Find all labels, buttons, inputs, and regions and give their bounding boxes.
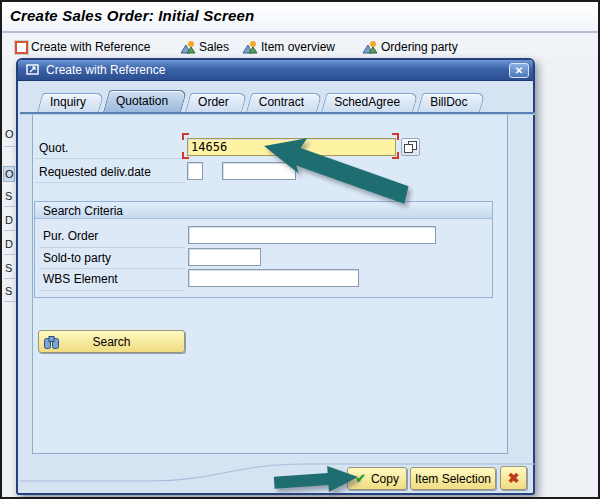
background-screen-left-edge: O O S D D S S bbox=[2, 102, 15, 362]
search-button-label: Search bbox=[92, 335, 130, 349]
focus-bracket bbox=[392, 152, 399, 159]
quotation-tab-panel: Quot. Requested deliv.date bbox=[32, 115, 508, 454]
create-with-reference-icon bbox=[15, 41, 28, 54]
row-divider bbox=[39, 268, 185, 269]
close-icon[interactable]: ✕ bbox=[509, 63, 529, 78]
copy-button[interactable]: ✔ Copy bbox=[347, 467, 407, 490]
mountains-icon bbox=[242, 40, 258, 54]
search-criteria-title: Search Criteria bbox=[43, 204, 123, 218]
cancel-button[interactable]: ✖ bbox=[500, 466, 527, 490]
toolbar-item-label: Ordering party bbox=[381, 40, 458, 54]
background-label-fragment: S bbox=[5, 262, 15, 274]
sold-to-party-field[interactable] bbox=[188, 248, 261, 266]
copy-icon[interactable] bbox=[401, 138, 420, 156]
create-with-reference-dialog: Create with Reference ✕ Inquiry Quotatio… bbox=[16, 58, 535, 495]
wbs-element-field[interactable] bbox=[188, 269, 359, 287]
tab-strip: Inquiry Quotation Order Contract SchedAg… bbox=[37, 90, 485, 112]
background-label-fragment: O bbox=[5, 128, 15, 140]
toolbar-item-item-overview[interactable]: Item overview bbox=[242, 38, 335, 56]
row-divider bbox=[35, 158, 185, 159]
copy-button-label: Copy bbox=[371, 472, 399, 486]
app-header: Create Sales Order: Initial Screen bbox=[2, 2, 598, 33]
dialog-icon bbox=[26, 64, 40, 76]
binoculars-icon bbox=[44, 336, 59, 349]
deliv-date-type-field[interactable] bbox=[187, 162, 203, 180]
deliv-date-field[interactable] bbox=[222, 162, 296, 180]
tab-order[interactable]: Order bbox=[185, 93, 242, 112]
sold-to-party-label: Sold-to party bbox=[43, 251, 111, 265]
focus-bracket bbox=[392, 133, 399, 140]
search-button[interactable]: Search bbox=[38, 330, 185, 353]
item-selection-label: Item Selection bbox=[415, 472, 491, 486]
tab-schedagree[interactable]: SchedAgree bbox=[321, 93, 413, 112]
toolbar-item-label: Create with Reference bbox=[31, 40, 150, 54]
tab-billdoc[interactable]: BillDoc bbox=[417, 93, 480, 112]
row-divider bbox=[35, 182, 185, 183]
pur-order-field[interactable] bbox=[188, 226, 436, 244]
red-x-icon: ✖ bbox=[508, 470, 520, 486]
screenshot-root: Create Sales Order: Initial Screen Creat… bbox=[0, 0, 600, 499]
pur-order-label: Pur. Order bbox=[43, 229, 98, 243]
app-toolbar: Create with Reference Sales Item overvie… bbox=[2, 35, 598, 58]
tab-strip-divider-light bbox=[20, 114, 535, 115]
toolbar-item-sales[interactable]: Sales bbox=[180, 38, 229, 56]
background-label-fragment: D bbox=[5, 238, 15, 250]
tab-contract[interactable]: Contract bbox=[246, 93, 317, 112]
row-divider bbox=[39, 247, 185, 248]
mountains-icon bbox=[180, 40, 196, 54]
background-label-fragment: S bbox=[5, 190, 15, 202]
toolbar-item-create-with-reference[interactable]: Create with Reference bbox=[15, 38, 150, 56]
focus-bracket bbox=[182, 152, 189, 159]
focus-bracket bbox=[182, 133, 189, 140]
background-label-fragment: O bbox=[5, 168, 15, 180]
toolbar-item-ordering-party[interactable]: Ordering party bbox=[362, 38, 458, 56]
row-divider bbox=[39, 290, 185, 291]
page-title: Create Sales Order: Initial Screen bbox=[10, 7, 254, 24]
item-selection-button[interactable]: Item Selection bbox=[410, 467, 496, 490]
tab-quotation[interactable]: Quotation bbox=[103, 90, 181, 112]
search-criteria-group: Search Criteria Pur. Order Sold-to party… bbox=[34, 201, 493, 298]
toolbar-item-label: Sales bbox=[199, 40, 229, 54]
toolbar-item-label: Item overview bbox=[261, 40, 335, 54]
requested-deliv-date-label: Requested deliv.date bbox=[39, 165, 151, 179]
dialog-titlebar[interactable]: Create with Reference ✕ bbox=[18, 60, 533, 81]
background-label-fragment: D bbox=[5, 214, 15, 226]
green-check-icon: ✔ bbox=[355, 471, 366, 486]
tab-inquiry[interactable]: Inquiry bbox=[37, 93, 99, 112]
search-criteria-header: Search Criteria bbox=[35, 202, 492, 219]
mountains-icon bbox=[362, 40, 378, 54]
quot-label: Quot. bbox=[39, 141, 68, 155]
wbs-element-label: WBS Element bbox=[43, 272, 118, 286]
background-label-fragment: S bbox=[5, 285, 15, 297]
dialog-body: Inquiry Quotation Order Contract SchedAg… bbox=[20, 81, 535, 495]
quotation-number-field[interactable] bbox=[187, 138, 396, 156]
dialog-title: Create with Reference bbox=[46, 63, 165, 77]
